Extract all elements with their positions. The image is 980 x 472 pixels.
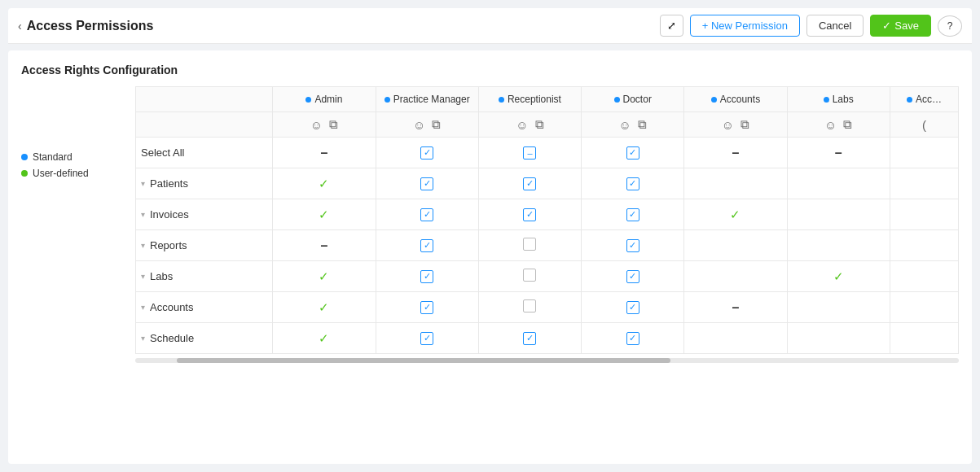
checkbox-empty[interactable]	[523, 269, 536, 282]
cell-invoices-col1[interactable]: ✓	[376, 199, 478, 230]
checkbox-checked[interactable]: ✓	[420, 270, 433, 283]
cell-reports-col5[interactable]	[787, 230, 890, 261]
back-button[interactable]: ‹	[18, 20, 22, 33]
cell-schedule-col4[interactable]	[684, 323, 787, 354]
cell-patients-col5[interactable]	[787, 168, 890, 199]
cell-labs-col0[interactable]: ✓	[273, 261, 376, 292]
cell-invoices-col5[interactable]	[787, 199, 890, 230]
labs-smiley-icon[interactable]: ☺	[824, 118, 837, 132]
pm-copy-icon[interactable]: ⧉	[432, 117, 441, 132]
checkbox-checked[interactable]: ✓	[626, 208, 639, 221]
checkbox-checked[interactable]: ✓	[626, 301, 639, 314]
cell-patients-col3[interactable]: ✓	[582, 168, 684, 199]
cell-accounts-col1[interactable]: ✓	[376, 292, 478, 323]
cell-labs-col3[interactable]: ✓	[582, 261, 684, 292]
chevron-invoices[interactable]: ▾	[141, 210, 145, 219]
cell-accounts-col5[interactable]	[787, 292, 890, 323]
checkbox-checked[interactable]: ✓	[626, 177, 639, 190]
pm-smiley-icon[interactable]: ☺	[413, 118, 425, 132]
cell-accounts-col3[interactable]: ✓	[582, 292, 684, 323]
checkbox-partial[interactable]: –	[523, 146, 536, 160]
chevron-accounts[interactable]: ▾	[141, 303, 145, 312]
col-header-admin: Admin	[273, 87, 376, 112]
checkbox-checked[interactable]: ✓	[626, 332, 639, 345]
checkbox-empty[interactable]	[523, 299, 536, 312]
checkbox-checked[interactable]: ✓	[420, 208, 433, 221]
cell-reports-col0[interactable]: –	[273, 230, 376, 261]
cell-schedule-col0[interactable]: ✓	[273, 323, 376, 354]
cell-patients-col0[interactable]: ✓	[273, 168, 376, 199]
header-right: ⤢ + New Permission Cancel ✓ Save ?	[660, 15, 962, 37]
cell-reports-col6[interactable]	[890, 230, 958, 261]
cell-patients-col4[interactable]	[684, 168, 787, 199]
cell-select_all-col6[interactable]	[890, 138, 958, 168]
cell-select_all-col0[interactable]: –	[273, 138, 376, 168]
doc-smiley-icon[interactable]: ☺	[619, 118, 631, 132]
admin-copy-icon[interactable]: ⧉	[329, 117, 338, 132]
cell-accounts-col6[interactable]	[890, 292, 958, 323]
chevron-labs[interactable]: ▾	[141, 272, 145, 281]
cell-select_all-col2[interactable]: –	[478, 138, 581, 168]
cell-reports-col3[interactable]: ✓	[582, 230, 684, 261]
cell-reports-col4[interactable]	[684, 230, 787, 261]
cell-select_all-col5[interactable]: –	[787, 138, 890, 168]
acc-smiley-icon[interactable]: ☺	[722, 118, 734, 132]
cell-patients-col2[interactable]: ✓	[478, 168, 581, 199]
checkbox-checked[interactable]: ✓	[420, 332, 433, 345]
acc-copy-icon[interactable]: ⧉	[740, 117, 749, 132]
resize-button[interactable]: ⤢	[660, 15, 683, 37]
cell-select_all-col1[interactable]: ✓	[376, 138, 478, 168]
cell-patients-col6[interactable]	[890, 168, 958, 199]
cell-invoices-col6[interactable]	[890, 199, 958, 230]
cell-labs-col2[interactable]	[478, 261, 581, 292]
cell-invoices-col3[interactable]: ✓	[582, 199, 684, 230]
checkbox-empty[interactable]	[523, 238, 536, 251]
chevron-reports[interactable]: ▾	[141, 241, 145, 250]
checkbox-checked[interactable]: ✓	[523, 208, 536, 221]
admin-smiley-icon[interactable]: ☺	[310, 118, 323, 132]
cell-labs-col4[interactable]	[684, 261, 787, 292]
checkbox-checked[interactable]: ✓	[523, 177, 536, 190]
rec-smiley-icon[interactable]: ☺	[516, 118, 528, 132]
cancel-button[interactable]: Cancel	[806, 15, 864, 37]
checkbox-checked[interactable]: ✓	[626, 270, 639, 283]
horizontal-scrollbar[interactable]	[135, 354, 959, 365]
chevron-patients[interactable]: ▾	[141, 179, 145, 188]
col-header-receptionist: Receptionist	[478, 87, 581, 112]
cell-schedule-col5[interactable]	[787, 323, 890, 354]
cell-select_all-col4[interactable]: –	[684, 138, 787, 168]
cell-schedule-col6[interactable]	[890, 323, 958, 354]
cell-schedule-col1[interactable]: ✓	[376, 323, 478, 354]
cell-schedule-col2[interactable]: ✓	[478, 323, 581, 354]
cell-patients-col1[interactable]: ✓	[376, 168, 478, 199]
help-button[interactable]: ?	[938, 15, 962, 37]
rec-copy-icon[interactable]: ⧉	[535, 117, 544, 132]
checkbox-checked[interactable]: ✓	[420, 301, 433, 314]
acc2-open-icon[interactable]: (	[922, 118, 926, 132]
save-button[interactable]: ✓ Save	[870, 15, 931, 37]
cell-accounts-col4[interactable]: –	[684, 292, 787, 323]
cell-reports-col2[interactable]	[478, 230, 581, 261]
cell-reports-col1[interactable]: ✓	[376, 230, 478, 261]
permissions-table-wrapper[interactable]: Admin Practice Manager	[135, 86, 959, 451]
doc-copy-icon[interactable]: ⧉	[638, 117, 647, 132]
checkbox-checked[interactable]: ✓	[626, 239, 639, 252]
cell-invoices-col0[interactable]: ✓	[273, 199, 376, 230]
cell-invoices-col4[interactable]: ✓	[684, 199, 787, 230]
cell-invoices-col2[interactable]: ✓	[478, 199, 581, 230]
checkbox-checked[interactable]: ✓	[420, 146, 433, 160]
labs-copy-icon[interactable]: ⧉	[843, 117, 852, 132]
checkbox-checked[interactable]: ✓	[626, 146, 639, 160]
checkbox-checked[interactable]: ✓	[523, 332, 536, 345]
chevron-schedule[interactable]: ▾	[141, 334, 145, 343]
cell-accounts-col0[interactable]: ✓	[273, 292, 376, 323]
cell-labs-col6[interactable]	[890, 261, 958, 292]
cell-schedule-col3[interactable]: ✓	[582, 323, 684, 354]
cell-labs-col1[interactable]: ✓	[376, 261, 478, 292]
cell-labs-col5[interactable]: ✓	[787, 261, 890, 292]
new-permission-button[interactable]: + New Permission	[690, 15, 800, 37]
cell-select_all-col3[interactable]: ✓	[582, 138, 684, 168]
checkbox-checked[interactable]: ✓	[420, 239, 433, 252]
cell-accounts-col2[interactable]	[478, 292, 581, 323]
checkbox-checked[interactable]: ✓	[420, 177, 433, 190]
